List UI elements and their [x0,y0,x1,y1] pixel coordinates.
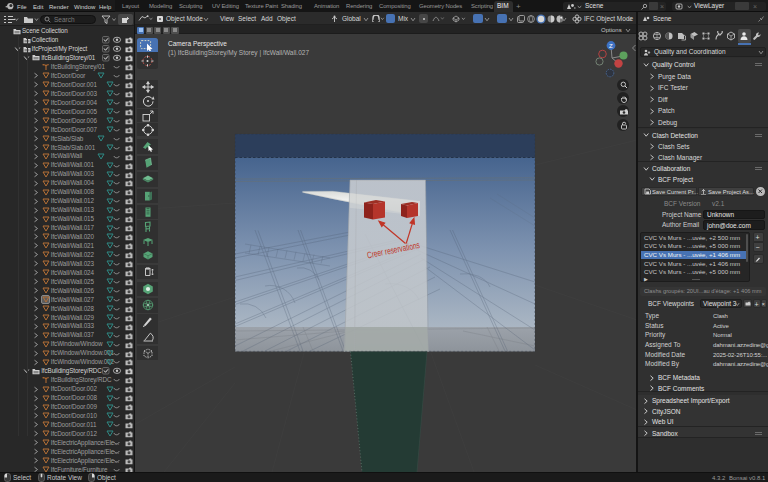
svg-text:Z: Z [609,43,613,49]
